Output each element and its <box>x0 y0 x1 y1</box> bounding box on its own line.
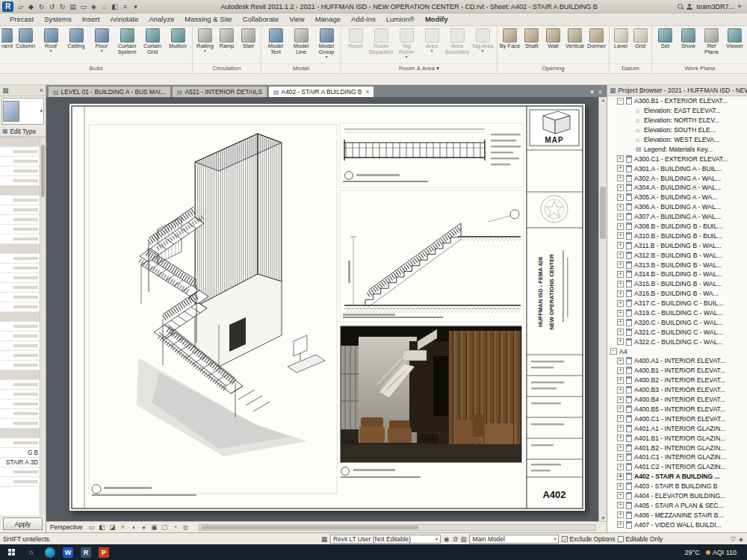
property-row[interactable] <box>0 273 46 283</box>
tree-expander-icon[interactable]: + <box>617 165 624 172</box>
tree-expander-icon[interactable]: + <box>617 415 624 422</box>
ribbon-tab-collaborate[interactable]: Collaborate <box>238 13 285 25</box>
browser-item[interactable]: +A313.B - BUILDING B - WAL... <box>607 260 747 270</box>
dormer-button[interactable]: Dormer <box>586 28 607 49</box>
tree-expander-icon[interactable]: − <box>617 98 624 105</box>
tree-expander-icon[interactable]: + <box>617 367 624 374</box>
close-tab-icon[interactable]: × <box>365 88 369 96</box>
taskbar-weather[interactable]: 29°C AQI 110 <box>685 549 747 556</box>
property-row[interactable]: STAIR A 3D <box>0 458 46 467</box>
tree-expander-icon[interactable]: + <box>617 464 624 470</box>
browser-item[interactable]: +A403 - STAIR B BUILDING B <box>607 482 747 491</box>
tree-expander-icon[interactable]: + <box>617 387 624 393</box>
tree-expander-icon[interactable]: + <box>617 405 624 412</box>
tree-expander-icon[interactable]: + <box>617 319 624 326</box>
tree-expander-icon[interactable]: + <box>617 214 624 220</box>
browser-item[interactable]: −A300.B1 - EXTERIOR ELEVAT... <box>607 96 747 106</box>
signed-in-user[interactable]: team3DR7... <box>696 3 734 10</box>
properties-scrollbar[interactable] <box>40 137 46 515</box>
browser-item[interactable]: ▤Legend: Materials Key... <box>607 144 747 154</box>
tree-expander-icon[interactable]: + <box>617 194 624 201</box>
tree-expander-icon[interactable]: + <box>617 338 624 345</box>
property-row[interactable] <box>0 419 46 429</box>
edge-icon[interactable] <box>45 547 55 558</box>
show-work-plane-button[interactable]: Show <box>677 28 700 49</box>
undo-icon[interactable]: ↺ <box>47 3 57 10</box>
ribbon-tab-modify[interactable]: Modify <box>420 13 453 25</box>
ribbon-tab-systems[interactable]: Systems <box>39 13 76 25</box>
browser-item[interactable]: +A302.A - BUILDING A - WAL... <box>607 173 747 183</box>
property-row[interactable] <box>0 477 46 487</box>
press-drag-icon[interactable]: ◈ <box>739 535 743 543</box>
property-row[interactable] <box>0 215 46 225</box>
tree-expander-icon[interactable]: + <box>617 502 624 508</box>
exclude-options-checkbox[interactable]: ✓ Exclude Options <box>562 535 615 543</box>
property-row[interactable] <box>0 234 46 244</box>
type-selector[interactable]: ▾ <box>1 98 44 125</box>
property-row[interactable] <box>0 167 46 176</box>
roof-button[interactable]: Roof▾ <box>38 28 63 53</box>
property-row[interactable] <box>0 322 46 332</box>
tree-expander-icon[interactable]: + <box>617 310 624 317</box>
qat-dropdown-icon[interactable]: ▾ <box>131 3 140 10</box>
ribbon-tab-view[interactable]: View <box>284 13 309 25</box>
selection-filter-icon[interactable]: ▽ <box>731 535 735 543</box>
tree-expander-icon[interactable]: + <box>617 281 624 287</box>
tag-icon[interactable]: ◈ <box>89 3 99 10</box>
level-button[interactable]: Level <box>611 28 630 49</box>
tree-expander-icon[interactable]: + <box>617 473 624 480</box>
ribbon-tab-manage[interactable]: Manage <box>310 13 346 25</box>
property-row[interactable]: G B <box>0 448 46 458</box>
property-row[interactable] <box>0 137 46 147</box>
drawing-area[interactable]: MAP HUFFMAN ISD - FEMA 428 NEW OPERATION… <box>46 97 607 521</box>
document-tab-level-01-building-a-bus-[interactable]: ▤LEVEL 01 - BUILDING A - BUS MAI... <box>48 86 171 97</box>
property-row[interactable] <box>0 438 46 448</box>
tree-expander-icon[interactable]: + <box>617 155 624 162</box>
stair-button[interactable]: Stair <box>238 28 259 49</box>
ribbon-tab-annotate[interactable]: Annotate <box>105 13 143 25</box>
detail-level-icon[interactable]: ◧ <box>97 523 107 531</box>
tree-expander-icon[interactable]: + <box>617 511 624 518</box>
property-row[interactable] <box>0 332 46 341</box>
browser-item[interactable]: +A321.C - BUILDING C - WAL... <box>607 327 747 337</box>
model-line-button[interactable]: Model Line <box>288 28 314 55</box>
browser-item[interactable]: +A400.B1 - INTERIOR ELEVAT... <box>607 366 747 376</box>
tree-expander-icon[interactable]: + <box>617 271 624 278</box>
browser-item[interactable]: +A401.C2 - INTERIOR GLAZIN... <box>607 462 747 472</box>
browser-item[interactable]: +A400.C1 - INTERIOR ELEVAT... <box>607 414 747 423</box>
wall-opening-button[interactable]: Wall <box>542 28 564 49</box>
tree-expander-icon[interactable]: + <box>617 444 624 451</box>
thin-lines-icon[interactable]: ≡ <box>120 3 130 10</box>
property-row[interactable] <box>0 283 46 293</box>
shadows-icon[interactable]: ◑ <box>128 523 138 531</box>
temporary-hide-isolate-icon[interactable]: ◔ <box>170 523 180 531</box>
design-option-dropdown[interactable]: Main Model ▾ <box>469 535 559 544</box>
browser-item[interactable]: +A320.C - BUILDING C - WAL... <box>607 317 747 327</box>
browser-item[interactable]: +A400.B5 - INTERIOR ELEVAT... <box>607 405 747 414</box>
view-scale-label[interactable]: Perspective <box>50 523 83 531</box>
tag-area-button[interactable]: Tag Area▾ <box>470 28 495 53</box>
browser-item[interactable]: +A401.B2 - INTERIOR GLAZIN... <box>607 443 747 452</box>
tree-expander-icon[interactable]: + <box>617 329 624 335</box>
browser-item[interactable]: +A404 - ELEVATOR BUILDING... <box>607 491 747 501</box>
tree-expander-icon[interactable]: + <box>617 435 624 441</box>
tab-list-dropdown-icon[interactable]: ▾ <box>590 88 594 96</box>
visual-style-icon[interactable]: ◪ <box>108 523 117 531</box>
browser-item[interactable]: ⌂Elevation: NORTH ELEV... <box>607 116 747 125</box>
crop-region-visibility-icon[interactable]: ▢ <box>160 523 170 531</box>
tree-expander-icon[interactable]: + <box>617 184 624 191</box>
tree-expander-icon[interactable]: + <box>617 425 624 432</box>
word-icon[interactable]: W <box>63 547 73 558</box>
revit-app-icon[interactable]: R <box>2 1 13 12</box>
property-row[interactable] <box>0 361 46 370</box>
set-work-plane-button[interactable]: Set <box>654 28 677 49</box>
property-row[interactable] <box>0 205 46 215</box>
room-separator-button[interactable]: Room Separator <box>368 28 394 55</box>
taskbar-search-icon[interactable]: ○ <box>22 549 40 556</box>
property-row[interactable] <box>0 370 46 380</box>
property-row[interactable] <box>0 351 46 361</box>
model-group-button[interactable]: Model Group▾ <box>314 28 339 59</box>
tab-menu-icon[interactable]: ≡ <box>598 88 602 96</box>
tree-expander-icon[interactable]: + <box>617 454 624 461</box>
browser-item[interactable]: +A405 - STAIR A PLAN & SEC... <box>607 500 747 510</box>
